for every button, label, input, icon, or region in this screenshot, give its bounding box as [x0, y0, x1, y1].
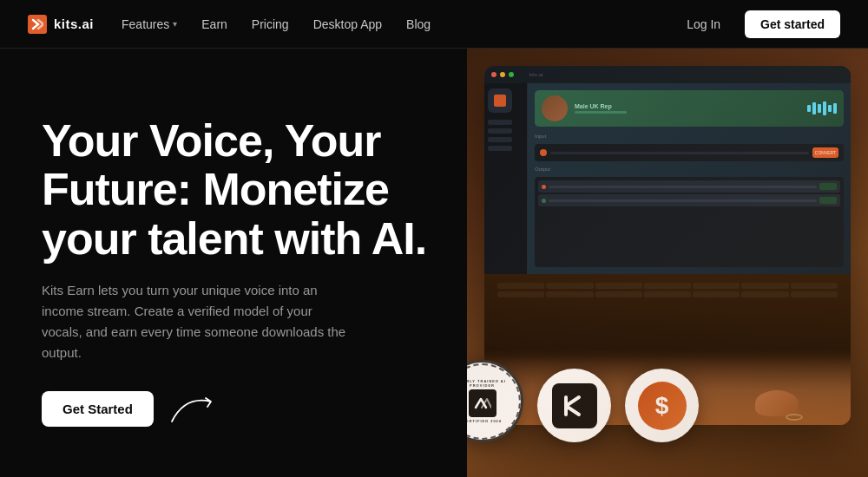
nav-pricing[interactable]: Pricing — [252, 17, 289, 31]
minimize-dot — [500, 72, 505, 77]
nav-desktop-app[interactable]: Desktop App — [313, 17, 382, 31]
chevron-down-icon: ▾ — [173, 19, 177, 29]
hero-get-started-button[interactable]: Get Started — [42, 391, 154, 427]
get-started-nav-button[interactable]: Get started — [745, 10, 840, 38]
hero-section: Your Voice, Your Future: Monetize your t… — [0, 49, 868, 477]
hero-subtext: Kits Earn lets you turn your unique voic… — [42, 280, 354, 363]
hero-heading: Your Voice, Your Future: Monetize your t… — [42, 116, 439, 262]
login-button[interactable]: Log In — [676, 12, 731, 36]
certified-badge: FAIRLY TRAINED AI PROVIDER CERTIFIED 202… — [467, 360, 523, 442]
dollar-badge: $ — [625, 369, 699, 442]
kits-badge — [537, 369, 611, 442]
nav-right: Log In Get started — [676, 10, 840, 38]
kits-badge-inner — [552, 383, 597, 428]
dollar-sign: $ — [655, 392, 669, 420]
output-label: Output — [535, 167, 844, 172]
voice-card: Male UK Rep — [535, 90, 844, 127]
hero-right: kits.ai — [467, 49, 868, 477]
badge-circles: FAIRLY TRAINED AI PROVIDER CERTIFIED 202… — [467, 360, 699, 442]
maximize-dot — [509, 72, 514, 77]
screen-topbar: kits.ai — [484, 66, 851, 83]
input-bar: CONVERT — [535, 144, 844, 161]
hero-cta-row: Get Started — [42, 391, 439, 427]
nav-blog[interactable]: Blog — [406, 17, 431, 31]
nav-earn[interactable]: Earn — [201, 17, 227, 31]
certified-logo — [469, 389, 496, 417]
close-dot — [491, 72, 496, 77]
hero-left: Your Voice, Your Future: Monetize your t… — [42, 49, 467, 477]
output-area — [535, 177, 844, 267]
navbar: kits.ai Features ▾ Earn Pricing Desktop … — [0, 0, 868, 49]
dollar-badge-inner: $ — [638, 382, 687, 430]
logo-text: kits.ai — [54, 16, 94, 31]
certified-top-text: FAIRLY TRAINED AI PROVIDER — [467, 379, 519, 388]
app-sidebar — [484, 83, 528, 274]
arrow-graphic — [168, 391, 228, 426]
logo[interactable]: kits.ai — [28, 15, 94, 34]
certified-bottom-text: CERTIFIED 2024 — [467, 419, 505, 423]
input-label: Input — [535, 134, 844, 139]
logo-icon — [28, 15, 47, 34]
nav-features[interactable]: Features ▾ — [122, 17, 177, 31]
nav-links: Features ▾ Earn Pricing Desktop App Blog — [122, 17, 676, 31]
